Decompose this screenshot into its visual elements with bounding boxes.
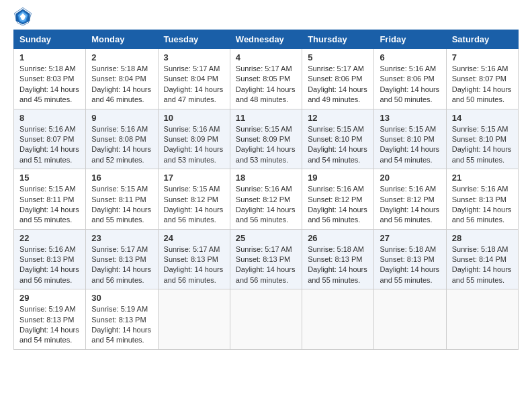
weekday-header-tuesday: Tuesday bbox=[158, 30, 230, 49]
header bbox=[13, 7, 519, 26]
sunrise-label: Sunrise: 5:18 AM bbox=[452, 245, 508, 253]
sunset-label: Sunset: 8:10 PM bbox=[452, 135, 506, 143]
sunrise-label: Sunrise: 5:17 AM bbox=[236, 64, 292, 73]
daylight-label: Daylight: 14 hours and 45 minutes. bbox=[19, 85, 79, 103]
day-info: Sunrise: 5:15 AM Sunset: 8:11 PM Dayligh… bbox=[19, 184, 80, 226]
sunset-label: Sunset: 8:13 PM bbox=[91, 316, 146, 324]
day-number: 13 bbox=[380, 113, 440, 123]
sunset-label: Sunset: 8:12 PM bbox=[380, 195, 434, 203]
day-number: 14 bbox=[452, 113, 513, 123]
day-info: Sunrise: 5:17 AM Sunset: 8:05 PM Dayligh… bbox=[236, 64, 296, 105]
calendar-cell: 12 Sunrise: 5:15 AM Sunset: 8:10 PM Dayl… bbox=[302, 109, 374, 169]
daylight-label: Daylight: 14 hours and 56 minutes. bbox=[452, 205, 512, 224]
calendar-cell bbox=[230, 289, 302, 350]
calendar-cell: 14 Sunrise: 5:15 AM Sunset: 8:10 PM Dayl… bbox=[446, 109, 518, 169]
day-number: 5 bbox=[308, 52, 368, 62]
weekday-header-monday: Monday bbox=[86, 30, 158, 49]
daylight-label: Daylight: 14 hours and 53 minutes. bbox=[164, 145, 224, 163]
day-number: 6 bbox=[380, 52, 440, 62]
sunset-label: Sunset: 8:04 PM bbox=[164, 75, 218, 83]
sunrise-label: Sunrise: 5:17 AM bbox=[308, 64, 364, 73]
sunset-label: Sunset: 8:13 PM bbox=[164, 255, 218, 263]
calendar-cell: 1 Sunrise: 5:18 AM Sunset: 8:03 PM Dayli… bbox=[14, 49, 86, 109]
day-info: Sunrise: 5:17 AM Sunset: 8:06 PM Dayligh… bbox=[308, 64, 368, 105]
weekday-header-friday: Friday bbox=[374, 30, 446, 49]
calendar-cell: 11 Sunrise: 5:15 AM Sunset: 8:09 PM Dayl… bbox=[230, 109, 302, 169]
day-info: Sunrise: 5:15 AM Sunset: 8:10 PM Dayligh… bbox=[380, 124, 440, 166]
daylight-label: Daylight: 14 hours and 54 minutes. bbox=[380, 145, 439, 163]
daylight-label: Daylight: 14 hours and 47 minutes. bbox=[164, 85, 224, 103]
sunrise-label: Sunrise: 5:17 AM bbox=[164, 64, 220, 73]
calendar-week-row: 29 Sunrise: 5:19 AM Sunset: 8:13 PM Dayl… bbox=[14, 289, 519, 350]
calendar-week-row: 1 Sunrise: 5:18 AM Sunset: 8:03 PM Dayli… bbox=[14, 49, 519, 109]
day-info: Sunrise: 5:16 AM Sunset: 8:07 PM Dayligh… bbox=[452, 64, 513, 105]
sunset-label: Sunset: 8:11 PM bbox=[19, 195, 74, 203]
sunrise-label: Sunrise: 5:15 AM bbox=[164, 185, 220, 193]
sunset-label: Sunset: 8:08 PM bbox=[91, 135, 146, 143]
sunrise-label: Sunrise: 5:15 AM bbox=[308, 125, 364, 133]
day-number: 15 bbox=[19, 173, 80, 183]
sunrise-label: Sunrise: 5:17 AM bbox=[236, 245, 292, 253]
daylight-label: Daylight: 14 hours and 56 minutes. bbox=[380, 205, 439, 224]
sunrise-label: Sunrise: 5:16 AM bbox=[452, 64, 508, 73]
sunrise-label: Sunrise: 5:18 AM bbox=[380, 245, 436, 253]
logo-icon bbox=[13, 7, 32, 26]
daylight-label: Daylight: 14 hours and 55 minutes. bbox=[19, 205, 79, 224]
daylight-label: Daylight: 14 hours and 56 minutes. bbox=[236, 265, 296, 283]
sunrise-label: Sunrise: 5:16 AM bbox=[236, 185, 292, 193]
calendar-cell: 20 Sunrise: 5:16 AM Sunset: 8:12 PM Dayl… bbox=[374, 169, 446, 230]
daylight-label: Daylight: 14 hours and 55 minutes. bbox=[308, 265, 367, 283]
daylight-label: Daylight: 14 hours and 55 minutes. bbox=[380, 265, 439, 283]
sunset-label: Sunset: 8:11 PM bbox=[91, 195, 146, 203]
calendar-cell: 24 Sunrise: 5:17 AM Sunset: 8:13 PM Dayl… bbox=[158, 229, 230, 289]
sunset-label: Sunset: 8:06 PM bbox=[380, 75, 434, 83]
sunset-label: Sunset: 8:12 PM bbox=[308, 195, 362, 203]
calendar-table: SundayMondayTuesdayWednesdayThursdayFrid… bbox=[13, 30, 519, 350]
day-info: Sunrise: 5:16 AM Sunset: 8:12 PM Dayligh… bbox=[308, 184, 368, 226]
day-number: 21 bbox=[452, 173, 513, 183]
day-info: Sunrise: 5:15 AM Sunset: 8:09 PM Dayligh… bbox=[236, 124, 296, 166]
day-info: Sunrise: 5:16 AM Sunset: 8:09 PM Dayligh… bbox=[164, 124, 224, 166]
sunrise-label: Sunrise: 5:16 AM bbox=[380, 64, 436, 73]
day-number: 23 bbox=[91, 233, 152, 243]
daylight-label: Daylight: 14 hours and 55 minutes. bbox=[91, 205, 151, 224]
weekday-header-wednesday: Wednesday bbox=[230, 30, 302, 49]
calendar-cell: 25 Sunrise: 5:17 AM Sunset: 8:13 PM Dayl… bbox=[230, 229, 302, 289]
weekday-header-saturday: Saturday bbox=[446, 30, 518, 49]
day-number: 7 bbox=[452, 52, 513, 62]
sunrise-label: Sunrise: 5:17 AM bbox=[164, 245, 220, 253]
daylight-label: Daylight: 14 hours and 56 minutes. bbox=[91, 265, 151, 283]
day-info: Sunrise: 5:18 AM Sunset: 8:04 PM Dayligh… bbox=[91, 64, 152, 105]
day-number: 22 bbox=[19, 233, 80, 243]
day-number: 26 bbox=[308, 233, 368, 243]
day-number: 8 bbox=[19, 113, 80, 123]
calendar-week-row: 15 Sunrise: 5:15 AM Sunset: 8:11 PM Dayl… bbox=[14, 169, 519, 230]
calendar-cell: 3 Sunrise: 5:17 AM Sunset: 8:04 PM Dayli… bbox=[158, 49, 230, 109]
day-number: 28 bbox=[452, 233, 513, 243]
sunset-label: Sunset: 8:09 PM bbox=[164, 135, 218, 143]
sunrise-label: Sunrise: 5:15 AM bbox=[19, 185, 76, 193]
calendar-cell: 2 Sunrise: 5:18 AM Sunset: 8:04 PM Dayli… bbox=[86, 49, 158, 109]
sunset-label: Sunset: 8:13 PM bbox=[19, 316, 74, 324]
sunset-label: Sunset: 8:12 PM bbox=[236, 195, 290, 203]
day-number: 10 bbox=[164, 113, 224, 123]
day-info: Sunrise: 5:19 AM Sunset: 8:13 PM Dayligh… bbox=[91, 304, 152, 346]
day-number: 20 bbox=[380, 173, 440, 183]
calendar-week-row: 8 Sunrise: 5:16 AM Sunset: 8:07 PM Dayli… bbox=[14, 109, 519, 169]
day-info: Sunrise: 5:16 AM Sunset: 8:08 PM Dayligh… bbox=[91, 124, 152, 166]
daylight-label: Daylight: 14 hours and 54 minutes. bbox=[19, 326, 79, 344]
calendar-cell: 6 Sunrise: 5:16 AM Sunset: 8:06 PM Dayli… bbox=[374, 49, 446, 109]
day-number: 2 bbox=[91, 52, 152, 62]
day-info: Sunrise: 5:17 AM Sunset: 8:04 PM Dayligh… bbox=[164, 64, 224, 105]
calendar-cell: 16 Sunrise: 5:15 AM Sunset: 8:11 PM Dayl… bbox=[86, 169, 158, 230]
day-info: Sunrise: 5:17 AM Sunset: 8:13 PM Dayligh… bbox=[91, 244, 152, 286]
sunset-label: Sunset: 8:07 PM bbox=[19, 135, 74, 143]
day-number: 24 bbox=[164, 233, 224, 243]
calendar-cell: 30 Sunrise: 5:19 AM Sunset: 8:13 PM Dayl… bbox=[86, 289, 158, 350]
calendar-cell bbox=[158, 289, 230, 350]
day-number: 11 bbox=[236, 113, 296, 123]
sunrise-label: Sunrise: 5:16 AM bbox=[380, 185, 436, 193]
daylight-label: Daylight: 14 hours and 48 minutes. bbox=[236, 85, 296, 103]
day-number: 17 bbox=[164, 173, 224, 183]
calendar-cell: 9 Sunrise: 5:16 AM Sunset: 8:08 PM Dayli… bbox=[86, 109, 158, 169]
